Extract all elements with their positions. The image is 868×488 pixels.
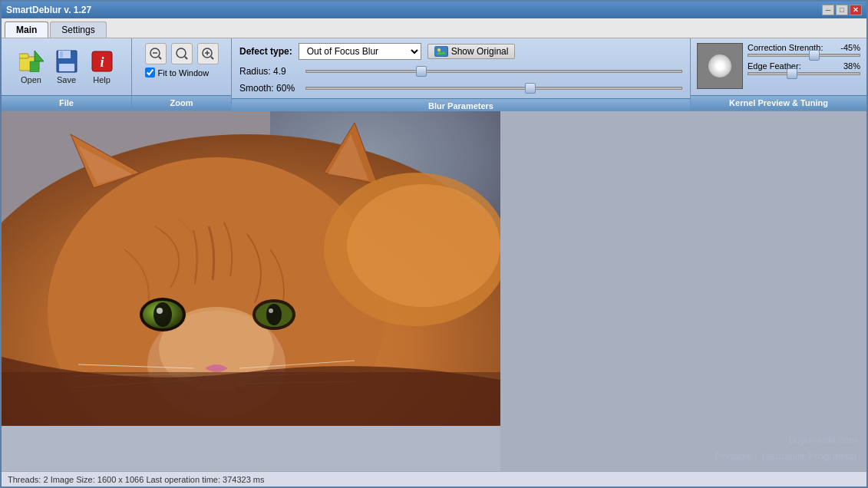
radius-slider[interactable] <box>305 70 682 73</box>
svg-rect-1 <box>19 54 28 58</box>
defect-type-select[interactable]: Out of Focus Blur Motion Blur <box>299 43 421 60</box>
kernel-blob <box>708 54 731 77</box>
cat-image <box>2 111 500 426</box>
show-original-label: Show Original <box>451 46 509 57</box>
edge-feather-slider[interactable] <box>748 72 860 75</box>
radius-row: Radius: 4.9 <box>239 66 682 77</box>
zoom-out-button[interactable] <box>145 43 167 64</box>
image-left <box>2 111 500 471</box>
image-area: buyur-indir.com Portable / Taşınabilir P… <box>2 111 866 471</box>
title-bar-controls: ─ □ ✕ <box>822 5 862 15</box>
svg-point-13 <box>177 48 186 58</box>
edge-feather-row: Edge Feather: 38% <box>748 61 860 75</box>
zoom-original-button[interactable] <box>171 43 193 64</box>
maximize-button[interactable]: □ <box>836 5 848 15</box>
kernel-preview <box>697 43 743 89</box>
minimize-button[interactable]: ─ <box>822 5 834 15</box>
show-original-button[interactable]: Show Original <box>427 44 516 59</box>
help-icon: i <box>90 49 114 74</box>
show-original-icon <box>434 46 448 57</box>
radius-label: Radius: 4.9 <box>239 66 301 77</box>
watermark-line1: buyur-indir.com <box>715 433 857 449</box>
file-section-content: Open Save <box>10 38 124 95</box>
svg-rect-6 <box>60 51 63 58</box>
save-label: Save <box>57 75 76 84</box>
kernel-content: Correction Strength: -45% Edge Feather: … <box>691 38 866 95</box>
kernel-section: Correction Strength: -45% Edge Feather: … <box>690 38 866 110</box>
tab-main[interactable]: Main <box>5 21 48 38</box>
smooth-row: Smooth: 60% <box>239 83 682 94</box>
correction-strength-slider[interactable] <box>748 54 860 57</box>
smooth-label: Smooth: 60% <box>239 83 301 94</box>
kernel-controls: Correction Strength: -45% Edge Feather: … <box>748 43 860 75</box>
svg-point-35 <box>157 308 163 314</box>
toolbar: Open Save <box>2 38 866 111</box>
zoom-section: Fit to Window Zoom <box>132 38 232 110</box>
watermark-line2: Portable / Taşınabilir Programlar <box>715 449 857 465</box>
svg-text:i: i <box>100 54 104 70</box>
svg-marker-2 <box>35 51 44 61</box>
svg-point-38 <box>266 304 282 325</box>
zoom-in-button[interactable] <box>197 43 219 64</box>
blur-section: Defect type: Out of Focus Blur Motion Bl… <box>232 38 690 110</box>
svg-point-47 <box>347 184 500 307</box>
file-section-label: File <box>2 95 131 110</box>
open-button[interactable]: Open <box>16 49 47 84</box>
svg-marker-3 <box>30 61 39 72</box>
fit-to-window-row: Fit to Window <box>145 68 210 77</box>
title-bar-title: SmartDeblur v. 1.27 <box>6 5 91 15</box>
defect-type-label: Defect type: <box>239 46 292 57</box>
svg-line-12 <box>159 57 161 59</box>
open-icon <box>19 49 44 74</box>
status-text: Threads: 2 Image Size: 1600 x 1066 Last … <box>8 475 264 484</box>
svg-rect-7 <box>59 64 74 71</box>
image-right: buyur-indir.com Portable / Taşınabilir P… <box>500 111 866 471</box>
file-section: Open Save <box>2 38 132 110</box>
help-label: Help <box>93 75 111 84</box>
blur-content: Defect type: Out of Focus Blur Motion Bl… <box>232 38 690 98</box>
zoom-section-content: Fit to Window <box>139 38 225 95</box>
svg-point-34 <box>153 302 172 327</box>
kernel-section-label: Kernel Preview & Tuning <box>691 95 866 110</box>
tab-settings[interactable]: Settings <box>50 21 106 38</box>
correction-strength-row: Correction Strength: -45% <box>748 43 860 57</box>
smooth-slider[interactable] <box>305 87 682 90</box>
save-icon <box>54 49 79 74</box>
tab-bar: Main Settings <box>2 18 866 38</box>
svg-point-39 <box>269 308 273 313</box>
svg-line-18 <box>211 57 213 59</box>
zoom-section-label: Zoom <box>132 95 231 110</box>
watermark: buyur-indir.com Portable / Taşınabilir P… <box>715 433 857 465</box>
app-title: SmartDeblur v. 1.27 <box>6 5 91 15</box>
close-button[interactable]: ✕ <box>850 5 862 15</box>
title-bar: SmartDeblur v. 1.27 ─ □ ✕ <box>2 2 866 18</box>
main-window: SmartDeblur v. 1.27 ─ □ ✕ Main Settings <box>0 0 868 488</box>
defect-type-row: Defect type: Out of Focus Blur Motion Bl… <box>239 43 682 60</box>
help-button[interactable]: i Help <box>87 49 117 84</box>
svg-point-21 <box>437 48 441 51</box>
svg-line-14 <box>185 57 187 59</box>
open-label: Open <box>21 75 41 84</box>
fit-to-window-label: Fit to Window <box>158 68 210 77</box>
save-button[interactable]: Save <box>51 49 82 84</box>
svg-rect-19 <box>435 47 447 56</box>
fit-to-window-checkbox[interactable] <box>145 68 155 77</box>
status-bar: Threads: 2 Image Size: 1600 x 1066 Last … <box>2 471 866 486</box>
